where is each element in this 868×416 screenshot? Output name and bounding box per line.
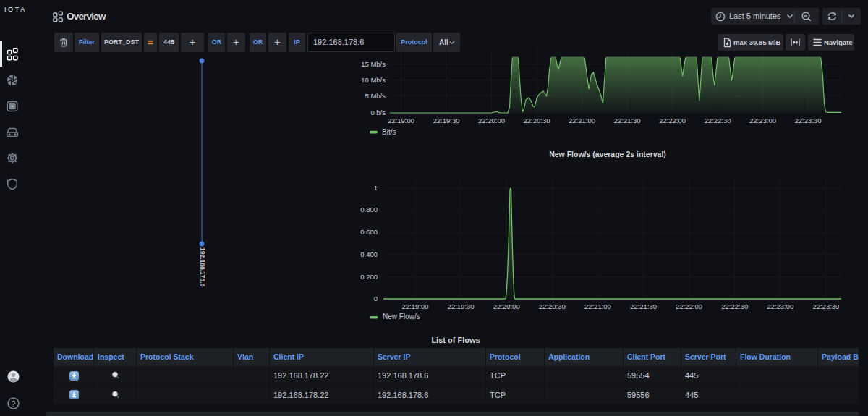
svg-text:22:21:00: 22:21:00: [569, 116, 595, 124]
svg-text:22:23:00: 22:23:00: [767, 302, 793, 310]
svg-text:0.200: 0.200: [360, 273, 378, 281]
svg-text:22:19:00: 22:19:00: [388, 116, 414, 124]
svg-text:0 b/s: 0 b/s: [370, 109, 386, 116]
svg-text:0.800: 0.800: [360, 205, 378, 213]
svg-text:22:20:00: 22:20:00: [478, 116, 505, 124]
svg-text:0.600: 0.600: [360, 228, 378, 236]
svg-text:22:23:30: 22:23:30: [795, 116, 822, 124]
svg-text:22:22:00: 22:22:00: [676, 302, 702, 310]
svg-text:22:23:30: 22:23:30: [812, 302, 839, 310]
svg-text:New Flow/s: New Flow/s: [383, 313, 420, 321]
svg-text:22:20:00: 22:20:00: [493, 302, 520, 310]
svg-text:1: 1: [374, 184, 378, 192]
svg-text:22:20:30: 22:20:30: [524, 116, 550, 124]
svg-text:0: 0: [374, 294, 378, 302]
svg-text:22:20:30: 22:20:30: [539, 302, 566, 310]
svg-text:22:21:30: 22:21:30: [630, 302, 657, 310]
svg-text:15 Mb/s: 15 Mb/s: [361, 60, 386, 68]
svg-text:22:21:00: 22:21:00: [584, 302, 611, 310]
svg-text:0.400: 0.400: [360, 250, 378, 258]
svg-text:22:21:30: 22:21:30: [614, 116, 641, 124]
svg-text:22:19:30: 22:19:30: [448, 302, 475, 310]
svg-text:22:23:00: 22:23:00: [749, 116, 776, 124]
svg-text:22:22:00: 22:22:00: [659, 116, 686, 124]
svg-text:5 Mb/s: 5 Mb/s: [365, 92, 386, 100]
svg-text:10 Mb/s: 10 Mb/s: [361, 76, 386, 84]
svg-text:22:19:00: 22:19:00: [402, 302, 429, 310]
svg-text:192.168.178.6: 192.168.178.6: [199, 247, 206, 287]
svg-text:22:22:30: 22:22:30: [705, 116, 731, 124]
svg-text:Bit/s: Bit/s: [382, 128, 396, 136]
svg-text:22:22:30: 22:22:30: [721, 302, 748, 310]
svg-text:22:19:30: 22:19:30: [433, 116, 460, 124]
svg-text:New Flow/s (average 2s interva: New Flow/s (average 2s interval): [549, 150, 666, 158]
